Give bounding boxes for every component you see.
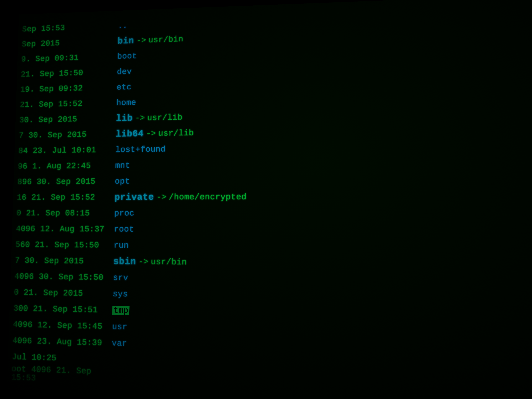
- line-4: 21. Sep 15:50: [20, 64, 113, 82]
- date-1: Sep 15:53: [22, 24, 65, 33]
- sbin-target: usr/bin: [151, 258, 187, 266]
- date-17: 4096 30. Sep 15:50: [14, 272, 104, 282]
- filename-proc: proc: [114, 205, 532, 222]
- line-5: 19. Sep 09:32: [20, 80, 113, 97]
- date-10: 96 1. Aug 22:45: [18, 162, 91, 171]
- lib64-arrow: ->: [146, 129, 156, 138]
- line-21: 4096 23. Aug 15:39: [12, 333, 108, 351]
- date-6: 21. Sep 15:52: [19, 100, 82, 109]
- left-column: Sep 15:53 Sep 2015 9. Sep 09:31 21. Sep …: [7, 19, 114, 398]
- bin-target: usr/bin: [148, 35, 184, 44]
- date-11: 896 30. Sep 2015: [17, 177, 95, 186]
- date-15: 560 21. Sep 15:50: [15, 241, 99, 249]
- sys-label: sys: [113, 290, 128, 299]
- line-13: 0 21. Sep 08:15: [16, 205, 110, 221]
- opt-label: opt: [115, 177, 130, 186]
- date-14: 4096 12. Aug 15:37: [16, 225, 104, 234]
- mnt-label: mnt: [115, 161, 130, 170]
- dots-text: ..: [118, 22, 127, 30]
- line-16: 7 30. Sep 2015: [15, 253, 109, 270]
- line-2: Sep 2015: [21, 34, 114, 52]
- lib-label: lib: [116, 114, 133, 123]
- lib-target: usr/lib: [147, 113, 183, 122]
- filename-root: root: [114, 221, 532, 240]
- line-23: oot 4096 21. Sep 15:53: [11, 365, 107, 385]
- line-9: 84 23. Jul 10:01: [18, 142, 112, 159]
- line-17: 4096 30. Sep 15:50: [14, 268, 109, 286]
- lib64-target: usr/lib: [158, 129, 194, 138]
- home-label: home: [116, 98, 136, 107]
- bin-arrow: ->: [136, 36, 146, 45]
- private-arrow: ->: [156, 193, 166, 202]
- root-label: root: [114, 225, 134, 234]
- bin-label: bin: [117, 36, 134, 46]
- line-15: 560 21. Sep 15:50: [15, 237, 110, 253]
- line-14: 4096 12. Aug 15:37: [16, 221, 110, 237]
- private-target: /home/encrypted: [169, 193, 247, 202]
- terminal-screen: Sep 15:53 Sep 2015 9. Sep 09:31 21. Sep …: [7, 0, 532, 399]
- right-column: .. bin -> usr/bin boot dev etc home lib: [107, 3, 532, 399]
- date-20: 4096 12. Sep 15:45: [13, 320, 103, 331]
- line-3: 9. Sep 09:31: [21, 49, 114, 67]
- tmp-label: tmp: [112, 306, 129, 315]
- etc-label: etc: [116, 83, 132, 91]
- line-7: 30. Sep 2015: [19, 111, 112, 128]
- dev-label: dev: [117, 68, 132, 76]
- date-22: Jul 10:25: [12, 353, 57, 362]
- date-4: 21. Sep 15:50: [21, 69, 83, 79]
- line-18: 0 21. Sep 2015: [14, 285, 109, 302]
- date-21: 4096 23. Aug 15:39: [12, 336, 102, 347]
- date-9: 84 23. Jul 10:01: [18, 146, 96, 155]
- filename-opt: opt: [115, 171, 532, 189]
- line-10: 96 1. Aug 22:45: [18, 158, 112, 174]
- date-19: 300 21. Sep 15:51: [13, 304, 98, 314]
- date-13: 0 21. Sep 08:15: [16, 209, 90, 217]
- date-18: 0 21. Sep 2015: [14, 288, 83, 298]
- sbin-label: sbin: [113, 257, 136, 266]
- line-20: 4096 12. Sep 15:45: [13, 317, 108, 335]
- run-label: run: [114, 241, 129, 250]
- date-12: 16 21. Sep 15:52: [17, 193, 95, 202]
- date-2: Sep 2015: [22, 39, 60, 48]
- date-3: 9. Sep 09:31: [21, 54, 79, 63]
- filename-private: private -> /home/encrypted: [114, 188, 532, 205]
- terminal-content: Sep 15:53 Sep 2015 9. Sep 09:31 21. Sep …: [7, 0, 532, 399]
- srv-label: srv: [113, 273, 128, 282]
- lostfound-label: lost+found: [115, 145, 166, 154]
- date-7: 30. Sep 2015: [19, 115, 77, 124]
- lib-arrow: ->: [135, 114, 145, 122]
- date-23: oot 4096 21. Sep 15:53: [11, 365, 107, 385]
- usr-label: usr: [112, 322, 127, 331]
- private-label: private: [114, 193, 154, 202]
- date-8: 7 30. Sep 2015: [19, 131, 87, 140]
- line-11: 896 30. Sep 2015: [17, 173, 111, 190]
- line-19: 300 21. Sep 15:51: [13, 300, 108, 318]
- var-label: var: [112, 339, 127, 348]
- date-5: 19. Sep 09:32: [20, 84, 83, 94]
- line-6: 21. Sep 15:52: [19, 95, 113, 113]
- line-12: 16 21. Sep 15:52: [17, 189, 111, 205]
- lib64-label: lib64: [116, 129, 144, 139]
- line-8: 7 30. Sep 2015: [19, 126, 112, 143]
- boot-label: boot: [117, 52, 137, 61]
- proc-label: proc: [114, 209, 134, 218]
- date-16: 7 30. Sep 2015: [15, 256, 84, 265]
- sbin-arrow: ->: [138, 258, 148, 266]
